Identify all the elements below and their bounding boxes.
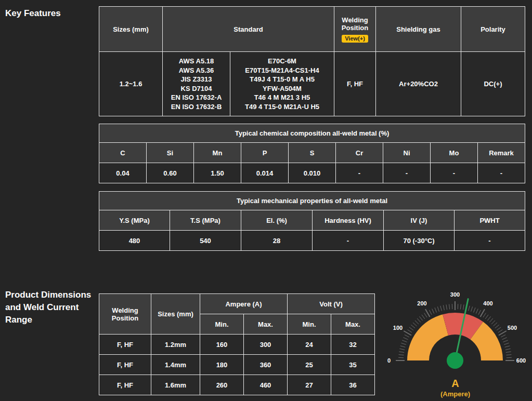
shielding-gas-value: Ar+20%CO2 bbox=[376, 52, 461, 116]
col-header-amp-min: Min. bbox=[200, 314, 244, 335]
amp-max-value: 300 bbox=[244, 335, 288, 355]
page: Key Features Sizes (mm) Standard Welding… bbox=[0, 0, 532, 401]
col-header-polarity: Polarity bbox=[461, 7, 525, 52]
key-features-heading: Key Features bbox=[5, 7, 99, 20]
svg-text:500: 500 bbox=[508, 325, 517, 331]
volt-max-value: 32 bbox=[331, 335, 375, 355]
chemical-table-value-row: 0.04 0.60 1.50 0.014 0.010 - - - - bbox=[99, 163, 525, 183]
mechanical-table-title: Typical mechanical properties of all-wel… bbox=[99, 192, 525, 210]
standard-item: T46 4 M M21 3 H5 bbox=[231, 93, 333, 102]
col-header-standard: Standard bbox=[163, 7, 334, 52]
value-c: 0.04 bbox=[99, 163, 147, 183]
standard-item: EN ISO 17632-B bbox=[164, 102, 229, 112]
amp-max-value: 360 bbox=[244, 355, 288, 375]
spec-data-row: 1.2~1.6 AWS A5.18 AWS A5.36 JIS Z3313 KS… bbox=[99, 52, 525, 116]
standard-item: T49J 4 T15-0 M A H5 bbox=[231, 75, 333, 84]
standard-item: JIS Z3313 bbox=[164, 75, 229, 84]
mechanical-table-title-row: Typical mechanical properties of all-wel… bbox=[99, 192, 525, 210]
standard-item: E70T15-M21A4-CS1-H4 bbox=[231, 66, 333, 75]
view-plus-button[interactable]: View(+) bbox=[342, 35, 368, 43]
gauge-unit-caption: (Ampere) bbox=[381, 390, 529, 398]
gauge-unit-label: A bbox=[381, 378, 529, 389]
svg-text:400: 400 bbox=[483, 300, 492, 306]
value-ts: 540 bbox=[170, 231, 241, 251]
position-value: F, HF bbox=[99, 355, 151, 375]
svg-text:600: 600 bbox=[516, 357, 526, 364]
standard-list-right: E70C-6M E70T15-M21A4-CS1-H4 T49J 4 T15-0… bbox=[230, 52, 334, 116]
standard-list-left: AWS A5.18 AWS A5.36 JIS Z3313 KS D7104 E… bbox=[163, 52, 230, 116]
svg-text:300: 300 bbox=[450, 291, 460, 298]
col-header-ys: Y.S (MPa) bbox=[99, 210, 170, 231]
amp-max-value: 460 bbox=[244, 375, 288, 395]
value-s: 0.010 bbox=[289, 163, 336, 183]
chemical-table-title-row: Typical chemical composition all-weld me… bbox=[99, 124, 525, 143]
volt-max-value: 35 bbox=[331, 355, 375, 375]
col-header-volt: Volt (V) bbox=[288, 294, 375, 314]
standard-item: EN ISO 17632-A bbox=[164, 93, 229, 102]
col-header-s: S bbox=[289, 143, 336, 163]
col-header-iv: IV (J) bbox=[384, 210, 455, 231]
standard-item: AWS A5.36 bbox=[164, 66, 229, 75]
position-value: F, HF bbox=[99, 335, 151, 355]
col-header-ni: Ni bbox=[383, 143, 431, 163]
value-remark: - bbox=[478, 163, 525, 183]
col-header-c: C bbox=[99, 143, 147, 163]
col-header-sizes: Sizes (mm) bbox=[99, 7, 163, 52]
col-header-si: Si bbox=[147, 143, 194, 163]
col-header-ampere: Ampere (A) bbox=[200, 294, 288, 314]
svg-text:200: 200 bbox=[417, 300, 426, 306]
col-header-sizes: Sizes (mm) bbox=[151, 294, 200, 335]
mechanical-table-value-row: 480 540 28 - 70 (-30°C) - bbox=[99, 231, 525, 251]
col-header-volt-min: Min. bbox=[288, 314, 331, 335]
weld-current-table: Welding Position Sizes (mm) Ampere (A) V… bbox=[99, 293, 375, 395]
value-p: 0.014 bbox=[241, 163, 289, 183]
standard-item: AWS A5.18 bbox=[164, 57, 229, 66]
value-si: 0.60 bbox=[147, 163, 194, 183]
value-iv: 70 (-30°C) bbox=[384, 231, 455, 251]
volt-min-value: 27 bbox=[288, 375, 331, 395]
table-row: F, HF 1.2mm 160 300 24 32 bbox=[99, 335, 375, 355]
col-header-mo: Mo bbox=[431, 143, 478, 163]
col-header-hardness: Hardness (HV) bbox=[313, 210, 384, 231]
amp-min-value: 260 bbox=[200, 375, 244, 395]
value-ys: 480 bbox=[99, 231, 170, 251]
standard-item: KS D7104 bbox=[164, 84, 229, 93]
volt-min-value: 25 bbox=[288, 355, 331, 375]
standard-item: YFW-A504M bbox=[231, 84, 333, 93]
svg-text:0: 0 bbox=[387, 357, 391, 364]
spec-table: Sizes (mm) Standard Welding Position Vie… bbox=[99, 6, 525, 116]
standard-item: E70C-6M bbox=[231, 57, 333, 66]
volt-max-value: 36 bbox=[331, 375, 375, 395]
size-value: 1.2mm bbox=[151, 335, 200, 355]
value-pwht: - bbox=[455, 231, 525, 251]
welding-position-value: F, HF bbox=[334, 52, 376, 116]
col-header-p: P bbox=[241, 143, 289, 163]
value-mo: - bbox=[431, 163, 478, 183]
sizes-value: 1.2~1.6 bbox=[99, 52, 163, 116]
mechanical-properties-table: Typical mechanical properties of all-wel… bbox=[99, 191, 525, 251]
size-value: 1.6mm bbox=[151, 375, 200, 395]
col-header-amp-max: Max. bbox=[244, 314, 288, 335]
col-header-remark: Remark bbox=[478, 143, 525, 163]
col-header-cr: Cr bbox=[336, 143, 383, 163]
col-header-mn: Mn bbox=[194, 143, 241, 163]
col-header-volt-max: Max. bbox=[331, 314, 375, 335]
col-header-el: El. (%) bbox=[241, 210, 313, 231]
product-dimensions-heading: Product Dimensions and Weld Current Rang… bbox=[5, 289, 96, 326]
col-header-shielding-gas: Shielding gas bbox=[376, 7, 461, 52]
value-hardness: - bbox=[313, 231, 384, 251]
polarity-value: DC(+) bbox=[461, 52, 525, 116]
ampere-gauge: 0100200300400500600 A (Ampere) bbox=[381, 287, 529, 398]
col-header-ts: T.S (MPa) bbox=[170, 210, 241, 231]
value-cr: - bbox=[336, 163, 383, 183]
chemical-table-title: Typical chemical composition all-weld me… bbox=[99, 124, 525, 143]
position-value: F, HF bbox=[99, 375, 151, 395]
amp-min-value: 160 bbox=[200, 335, 244, 355]
col-header-welding-position: Welding Position bbox=[99, 294, 151, 335]
table-row: F, HF 1.4mm 180 360 25 35 bbox=[99, 355, 375, 375]
gauge-dial: 0100200300400500600 bbox=[381, 287, 529, 376]
current-table-header-row-1: Welding Position Sizes (mm) Ampere (A) V… bbox=[99, 294, 375, 314]
size-value: 1.4mm bbox=[151, 355, 200, 375]
welding-position-header-label: Welding Position bbox=[335, 16, 374, 32]
mechanical-table-header-row: Y.S (MPa) T.S (MPa) El. (%) Hardness (HV… bbox=[99, 210, 525, 231]
